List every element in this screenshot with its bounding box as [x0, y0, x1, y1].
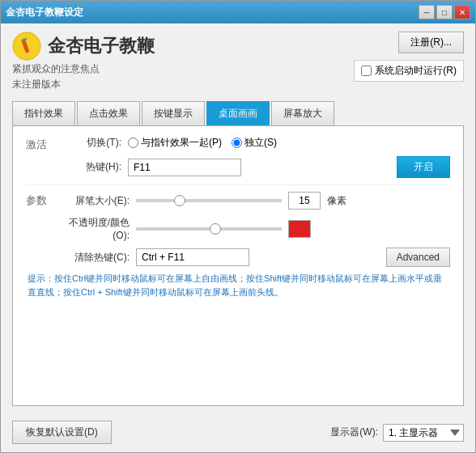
- app-subtitle: 紧抓观众的注意焦点: [12, 62, 155, 76]
- window-title: 金杏电子教鞭设定: [6, 6, 83, 19]
- tab-pointer[interactable]: 指针效果: [12, 101, 75, 125]
- autostart-label: 系统启动时运行(R): [375, 64, 457, 78]
- minimize-button[interactable]: ─: [419, 5, 435, 19]
- header-section: 金杏电子教鞭 紧抓观众的注意焦点 未注册版本 注册(R)... 系统启动时运行(…: [12, 32, 464, 91]
- unregistered-label: 未注册版本: [12, 78, 155, 91]
- toggle-label: 切换(T):: [57, 136, 121, 150]
- radio-independent[interactable]: 独立(S): [232, 136, 277, 150]
- radio-independent-input[interactable]: [232, 138, 242, 148]
- autostart-row: 系统启动时运行(R): [354, 60, 464, 82]
- register-section: 注册(R)... 系统启动时运行(R): [354, 32, 464, 82]
- clear-hotkey-input[interactable]: [136, 248, 249, 266]
- bottom-bar: 恢复默认设置(D) 显示器(W): 1. 主显示器 2. 副显示器: [1, 414, 475, 452]
- opacity-row: 不透明度/颜色(O):: [57, 216, 450, 241]
- opacity-label: 不透明度/颜色(O):: [57, 216, 130, 241]
- activation-label: 激活: [26, 136, 57, 152]
- app-name: 金杏电子教鞭: [48, 34, 155, 58]
- toggle-radio-group: 与指针效果一起(P) 独立(S): [128, 136, 277, 150]
- start-button[interactable]: 开启: [397, 156, 450, 178]
- radio-with-pointer[interactable]: 与指针效果一起(P): [128, 136, 222, 150]
- app-identity: 金杏电子教鞭 紧抓观众的注意焦点 未注册版本: [12, 32, 155, 91]
- color-picker-box[interactable]: [288, 220, 311, 238]
- app-title-row: 金杏电子教鞭: [12, 32, 155, 61]
- close-button[interactable]: ✕: [454, 5, 470, 19]
- reset-button[interactable]: 恢复默认设置(D): [12, 421, 112, 444]
- tab-key[interactable]: 按键显示: [142, 101, 205, 125]
- pen-size-slider[interactable]: [136, 199, 282, 202]
- display-label: 显示器(W):: [330, 425, 378, 439]
- pen-size-value-input[interactable]: [288, 192, 321, 210]
- tabs-container: 指针效果 点击效果 按键显示 桌面画画 屏幕放大: [12, 101, 464, 125]
- hotkey-row: 热键(H): 开启: [57, 156, 450, 178]
- autostart-checkbox[interactable]: [361, 66, 372, 76]
- params-label: 参数: [26, 192, 57, 208]
- pen-size-unit: 像素: [327, 194, 346, 208]
- params-content: 屏笔大小(E): 像素 不透明度/颜色(O):: [57, 192, 450, 267]
- display-select[interactable]: 1. 主显示器 2. 副显示器: [383, 424, 464, 442]
- opacity-slider[interactable]: [136, 227, 282, 231]
- params-section: 参数 屏笔大小(E): 像素 不透明度/颜色(O):: [26, 185, 450, 267]
- register-button[interactable]: 注册(R)...: [398, 32, 464, 53]
- tab-magnify[interactable]: 屏幕放大: [271, 101, 334, 125]
- hotkey-input[interactable]: [128, 159, 241, 176]
- clear-hotkey-row: 清除热键(C): Advanced: [57, 248, 450, 267]
- hint-text: 提示：按住Ctrl键并同时移动鼠标可在屏幕上自由画线；按住Shift键并同时移动…: [26, 272, 450, 298]
- radio-independent-label: 独立(S): [244, 136, 277, 150]
- tab-click[interactable]: 点击效果: [77, 101, 140, 125]
- window-controls: ─ □ ✕: [419, 5, 470, 19]
- clear-hotkey-label: 清除热键(C):: [57, 251, 130, 265]
- tab-content: 激活 切换(T): 与指针效果一起(P) 独立(S): [12, 125, 464, 406]
- toggle-row: 切换(T): 与指针效果一起(P) 独立(S): [57, 136, 450, 150]
- radio-with-pointer-label: 与指针效果一起(P): [141, 136, 222, 150]
- advanced-button[interactable]: Advanced: [386, 248, 450, 267]
- pen-size-row: 屏笔大小(E): 像素: [57, 192, 450, 210]
- opacity-slider-container: [136, 227, 282, 231]
- activation-section: 激活 切换(T): 与指针效果一起(P) 独立(S): [26, 136, 450, 185]
- display-row: 显示器(W): 1. 主显示器 2. 副显示器: [330, 424, 464, 442]
- main-content: 金杏电子教鞭 紧抓观众的注意焦点 未注册版本 注册(R)... 系统启动时运行(…: [1, 23, 475, 414]
- title-bar: 金杏电子教鞭设定 ─ □ ✕: [1, 1, 475, 23]
- pen-size-slider-container: [136, 199, 282, 202]
- activation-content: 切换(T): 与指针效果一起(P) 独立(S): [57, 136, 450, 178]
- maximize-button[interactable]: □: [436, 5, 453, 19]
- pen-size-label: 屏笔大小(E):: [57, 194, 130, 208]
- radio-with-pointer-input[interactable]: [128, 138, 138, 148]
- tab-desktop[interactable]: 桌面画画: [206, 101, 270, 125]
- hotkey-label: 热键(H):: [57, 160, 121, 174]
- app-icon: [12, 32, 41, 61]
- main-window: 金杏电子教鞭设定 ─ □ ✕: [0, 0, 476, 453]
